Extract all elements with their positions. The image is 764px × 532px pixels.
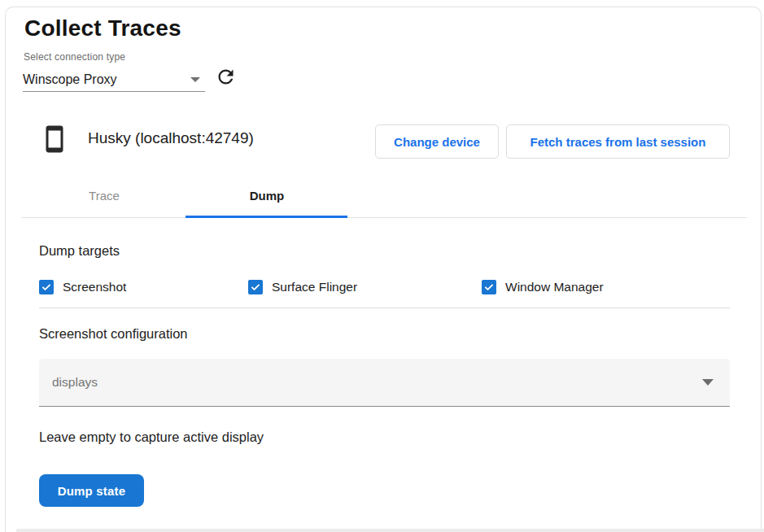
dump-targets-heading: Dump targets: [39, 243, 120, 259]
connection-type-label: Select connection type: [24, 51, 125, 63]
screenshot-config-heading: Screenshot configuration: [39, 326, 188, 342]
displays-select-value: displays: [52, 375, 98, 390]
chevron-down-icon: [702, 379, 714, 386]
checkbox-surface-flinger[interactable]: Surface Flinger: [248, 279, 357, 295]
refresh-connection-button[interactable]: [212, 65, 238, 91]
capture-hint-text: Leave empty to capture active display: [39, 430, 264, 445]
refresh-icon: [215, 66, 237, 90]
connected-device-name: Husky (localhost:42749): [88, 129, 254, 147]
next-section-edge: [16, 529, 764, 532]
active-tab-indicator: [186, 216, 347, 218]
checkbox-screenshot-label: Screenshot: [63, 280, 126, 294]
check-icon: [248, 280, 263, 294]
dump-state-button[interactable]: Dump state: [39, 474, 144, 507]
checkbox-surface-flinger-label: Surface Flinger: [272, 280, 357, 294]
page-title: Collect Traces: [24, 15, 181, 41]
tabs-divider: [22, 217, 747, 218]
change-device-button[interactable]: Change device: [375, 124, 499, 159]
checkbox-screenshot[interactable]: Screenshot: [39, 279, 126, 295]
smartphone-icon: [40, 124, 69, 157]
chevron-down-icon: [190, 77, 200, 82]
displays-select[interactable]: displays: [39, 359, 730, 407]
tab-dump[interactable]: Dump: [186, 174, 348, 217]
tab-trace[interactable]: Trace: [23, 174, 186, 217]
connection-type-select[interactable]: Winscope Proxy: [23, 68, 205, 92]
check-icon: [39, 280, 54, 294]
checkbox-window-manager[interactable]: Window Manager: [482, 279, 604, 295]
fetch-traces-button[interactable]: Fetch traces from last session: [506, 124, 730, 159]
check-icon: [482, 280, 496, 294]
checkbox-window-manager-label: Window Manager: [505, 280, 604, 294]
connection-type-value: Winscope Proxy: [23, 72, 117, 87]
section-divider: [39, 307, 730, 308]
